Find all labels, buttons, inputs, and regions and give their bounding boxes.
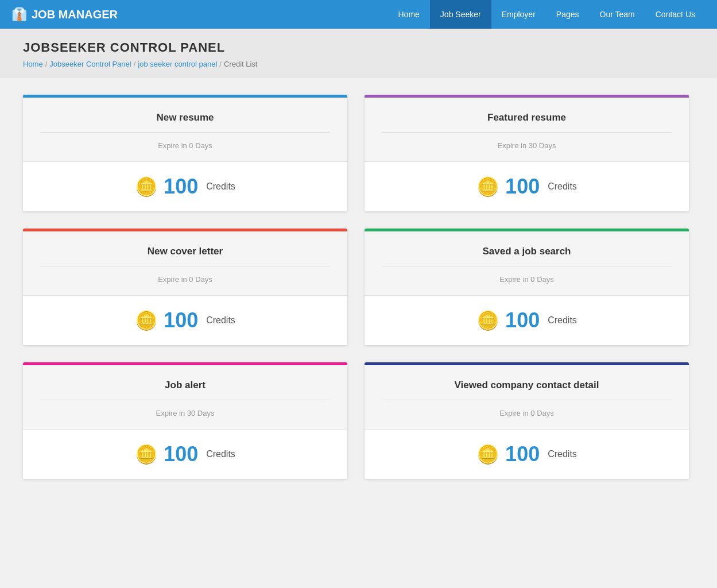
card-credits: 🪙 100 Credits [23,430,347,479]
breadcrumb-link[interactable]: Home [23,60,43,68]
credit-card-4: Job alert Expire in 30 Days 🪙 100 Credit… [23,362,347,479]
navbar: 👔 JOB MANAGER HomeJob SeekerEmployerPage… [0,0,717,29]
card-info: Saved a job search Expire in 0 Days [365,231,689,296]
breadcrumb-link[interactable]: job seeker control panel [138,60,217,68]
credit-card-2: New cover letter Expire in 0 Days 🪙 100 … [23,229,347,345]
breadcrumb-current: Credit List [224,60,258,68]
card-divider [40,400,330,400]
card-divider [382,400,672,400]
credit-card-3: Saved a job search Expire in 0 Days 🪙 10… [365,229,689,345]
card-expire: Expire in 0 Days [40,275,330,284]
credit-number: 100 [505,442,540,466]
nav-link-employer[interactable]: Employer [491,0,546,29]
card-info: Job alert Expire in 30 Days [23,365,347,430]
credit-label: Credits [548,449,577,459]
brand-icon: 👔 [11,7,27,22]
credit-label: Credits [206,449,235,459]
credit-card-1: Featured resume Expire in 30 Days 🪙 100 … [365,95,689,211]
coin-icon: 🪙 [476,443,499,465]
card-title: Featured resume [382,112,672,123]
breadcrumb-sep: / [219,60,222,68]
coin-icon: 🪙 [476,176,499,198]
card-title: New resume [40,112,330,123]
nav-links: HomeJob SeekerEmployerPagesOur TeamConta… [388,0,706,29]
main-content: New resume Expire in 0 Days 🪙 100 Credit… [0,78,717,496]
nav-link-home[interactable]: Home [388,0,430,29]
credit-card-0: New resume Expire in 0 Days 🪙 100 Credit… [23,95,347,211]
card-credits: 🪙 100 Credits [365,430,689,479]
card-info: New resume Expire in 0 Days [23,98,347,162]
card-expire: Expire in 0 Days [40,141,330,150]
nav-link-job-seeker[interactable]: Job Seeker [430,0,491,29]
nav-link-our-team[interactable]: Our Team [590,0,645,29]
card-title: Viewed company contact detail [382,380,672,391]
card-divider [40,266,330,266]
coin-icon: 🪙 [135,176,158,198]
credit-number: 100 [505,175,540,199]
card-info: Viewed company contact detail Expire in … [365,365,689,430]
credit-number: 100 [164,442,198,466]
card-credits: 🪙 100 Credits [365,296,689,345]
breadcrumb-link[interactable]: Jobseeker Control Panel [49,60,131,68]
card-expire: Expire in 0 Days [382,409,672,417]
card-info: New cover letter Expire in 0 Days [23,231,347,296]
credit-number: 100 [505,308,540,332]
card-credits: 🪙 100 Credits [23,162,347,211]
brand: 👔 JOB MANAGER [11,7,388,22]
header-area: JOBSEEKER CONTROL PANEL Home/Jobseeker C… [0,29,717,78]
nav-link-contact-us[interactable]: Contact Us [645,0,706,29]
card-divider [382,132,672,133]
credit-label: Credits [548,181,577,192]
breadcrumb: Home/Jobseeker Control Panel/job seeker … [23,60,694,68]
coin-icon: 🪙 [476,310,499,331]
card-title: Job alert [40,380,330,391]
nav-link-pages[interactable]: Pages [546,0,590,29]
card-credits: 🪙 100 Credits [365,162,689,211]
card-divider [40,132,330,133]
credit-number: 100 [164,308,198,332]
credit-card-5: Viewed company contact detail Expire in … [365,362,689,479]
breadcrumb-sep: / [134,60,136,68]
card-expire: Expire in 30 Days [40,409,330,417]
credit-label: Credits [206,181,235,192]
card-expire: Expire in 30 Days [382,141,672,150]
coin-icon: 🪙 [135,443,158,465]
page-title: JOBSEEKER CONTROL PANEL [23,40,694,55]
cards-grid: New resume Expire in 0 Days 🪙 100 Credit… [23,95,689,479]
card-info: Featured resume Expire in 30 Days [365,98,689,162]
coin-icon: 🪙 [135,310,158,331]
credit-number: 100 [164,175,198,199]
brand-name: JOB MANAGER [32,8,118,21]
card-credits: 🪙 100 Credits [23,296,347,345]
card-divider [382,266,672,266]
card-title: New cover letter [40,246,330,257]
credit-label: Credits [206,315,235,326]
breadcrumb-sep: / [45,60,48,68]
card-title: Saved a job search [382,246,672,257]
card-expire: Expire in 0 Days [382,275,672,284]
credit-label: Credits [548,315,577,326]
